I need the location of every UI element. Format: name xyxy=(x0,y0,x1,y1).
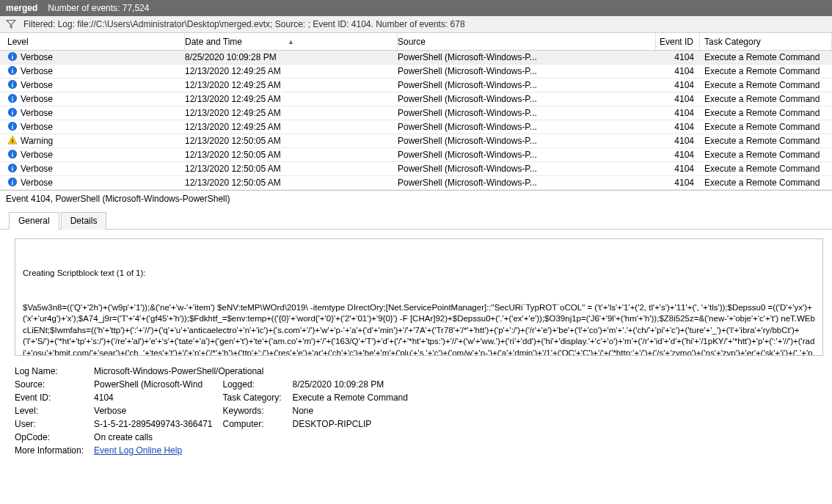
svg-marker-0 xyxy=(7,21,15,29)
lbl-eventid: Event ID: xyxy=(15,391,94,404)
cell-date: 12/13/2020 12:49:25 AM xyxy=(185,122,398,132)
cell-source: PowerShell (Microsoft-Windows-P... xyxy=(398,80,656,90)
cell-eventid: 4104 xyxy=(656,164,700,174)
lbl-taskcat: Task Category: xyxy=(223,391,293,404)
grid-header: Level Date and Time▲ Source Event ID Tas… xyxy=(0,33,832,51)
val-level: Verbose xyxy=(94,404,222,417)
cell-date: 12/13/2020 12:50:05 AM xyxy=(185,178,398,188)
svg-text:i: i xyxy=(12,164,13,172)
info-icon: i xyxy=(7,65,18,76)
table-row[interactable]: !Warning12/13/2020 12:50:05 AMPowerShell… xyxy=(0,134,832,148)
lbl-computer: Computer: xyxy=(223,417,293,431)
tab-general[interactable]: General xyxy=(9,212,59,230)
cell-source: PowerShell (Microsoft-Windows-P... xyxy=(398,122,656,132)
col-header-taskcat[interactable]: Task Category xyxy=(700,33,832,50)
event-count-label: Number of events: 77,524 xyxy=(48,3,149,13)
cell-date: 12/13/2020 12:49:25 AM xyxy=(185,80,398,90)
cell-taskcat: Execute a Remote Command xyxy=(700,178,832,188)
svg-text:i: i xyxy=(12,81,13,88)
table-row[interactable]: iVerbose12/13/2020 12:49:25 AMPowerShell… xyxy=(0,65,832,78)
cell-taskcat: Execute a Remote Command xyxy=(700,122,832,132)
cell-eventid: 4104 xyxy=(656,80,700,90)
table-row[interactable]: iVerbose12/13/2020 12:49:25 AMPowerShell… xyxy=(0,92,832,106)
val-logged: 8/25/2020 10:09:28 PM xyxy=(293,378,418,391)
event-grid: Level Date and Time▲ Source Event ID Tas… xyxy=(0,33,832,191)
svg-text:i: i xyxy=(12,53,13,60)
val-computer: DESKTOP-RIPCLIP xyxy=(293,417,418,431)
val-source: PowerShell (Microsoft-Wind xyxy=(94,378,222,391)
val-logname: Microsoft-Windows-PowerShell/Operational xyxy=(94,365,418,378)
grid-body[interactable]: iVerbose8/25/2020 10:09:28 PMPowerShell … xyxy=(0,51,832,190)
lbl-source: Source: xyxy=(15,378,94,391)
col-header-level[interactable]: Level xyxy=(4,33,185,50)
cell-date: 12/13/2020 12:49:25 AM xyxy=(185,108,398,118)
cell-source: PowerShell (Microsoft-Windows-P... xyxy=(398,150,656,160)
table-row[interactable]: iVerbose12/13/2020 12:50:05 AMPowerShell… xyxy=(0,176,832,190)
svg-text:i: i xyxy=(12,178,13,186)
cell-date: 8/25/2020 10:09:28 PM xyxy=(185,52,398,62)
cell-level: iVerbose xyxy=(4,107,185,120)
scriptblock-text[interactable]: Creating Scriptblock text (1 of 1): $Va5… xyxy=(15,238,823,356)
info-icon: i xyxy=(7,51,18,62)
lbl-user: User: xyxy=(15,417,94,431)
table-row[interactable]: iVerbose12/13/2020 12:50:05 AMPowerShell… xyxy=(0,162,832,176)
sort-asc-icon: ▲ xyxy=(288,38,294,45)
svg-text:i: i xyxy=(12,123,13,130)
cell-level: !Warning xyxy=(4,135,185,147)
lbl-keywords: Keywords: xyxy=(223,404,293,417)
cell-date: 12/13/2020 12:50:05 AM xyxy=(185,150,398,160)
cell-eventid: 4104 xyxy=(656,66,700,76)
window-title: merged xyxy=(6,3,37,13)
info-icon: i xyxy=(7,121,18,131)
cell-eventid: 4104 xyxy=(656,122,700,132)
cell-eventid: 4104 xyxy=(656,52,700,62)
window-titlebar: merged Number of events: 77,524 xyxy=(0,0,832,16)
cell-taskcat: Execute a Remote Command xyxy=(700,164,832,174)
cell-source: PowerShell (Microsoft-Windows-P... xyxy=(398,164,656,174)
cell-level: iVerbose xyxy=(4,149,185,161)
svg-text:!: ! xyxy=(12,137,14,144)
cell-level: iVerbose xyxy=(4,65,185,78)
filter-text: Filtered: Log: file://C:\Users\Administr… xyxy=(23,19,465,29)
link-online-help[interactable]: Event Log Online Help xyxy=(94,445,182,456)
info-icon: i xyxy=(7,79,18,90)
cell-level: iVerbose xyxy=(4,79,185,92)
filter-icon xyxy=(6,19,16,29)
val-keywords: None xyxy=(293,404,418,417)
cell-level: iVerbose xyxy=(4,177,185,189)
cell-source: PowerShell (Microsoft-Windows-P... xyxy=(398,136,656,146)
cell-date: 12/13/2020 12:50:05 AM xyxy=(185,164,398,174)
val-user: S-1-5-21-2895499743-366471 xyxy=(94,417,222,431)
script-body: $Va5w3n8=(('Q'+'2h')+('w9p'+'1'));&('ne'… xyxy=(23,302,815,356)
col-header-eventid[interactable]: Event ID xyxy=(656,33,700,50)
table-row[interactable]: iVerbose12/13/2020 12:49:25 AMPowerShell… xyxy=(0,78,832,92)
table-row[interactable]: iVerbose12/13/2020 12:49:25 AMPowerShell… xyxy=(0,120,832,134)
col-header-source[interactable]: Source xyxy=(398,33,656,50)
event-properties: Log Name: Microsoft-Windows-PowerShell/O… xyxy=(0,360,832,463)
cell-date: 12/13/2020 12:49:25 AM xyxy=(185,94,398,104)
table-row[interactable]: iVerbose12/13/2020 12:50:05 AMPowerShell… xyxy=(0,148,832,162)
cell-date: 12/13/2020 12:50:05 AM xyxy=(185,136,398,146)
cell-taskcat: Execute a Remote Command xyxy=(700,136,832,146)
val-taskcat: Execute a Remote Command xyxy=(293,391,418,404)
cell-taskcat: Execute a Remote Command xyxy=(700,80,832,90)
cell-date: 12/13/2020 12:49:25 AM xyxy=(185,66,398,76)
info-icon: i xyxy=(7,149,18,159)
cell-taskcat: Execute a Remote Command xyxy=(700,150,832,160)
info-icon: i xyxy=(7,107,18,117)
cell-taskcat: Execute a Remote Command xyxy=(700,108,832,118)
cell-level: iVerbose xyxy=(4,121,185,134)
table-row[interactable]: iVerbose8/25/2020 10:09:28 PMPowerShell … xyxy=(0,51,832,65)
cell-eventid: 4104 xyxy=(656,108,700,118)
table-row[interactable]: iVerbose12/13/2020 12:49:25 AMPowerShell… xyxy=(0,106,832,120)
val-eventid: 4104 xyxy=(94,391,222,404)
cell-eventid: 4104 xyxy=(656,178,700,188)
cell-level: iVerbose xyxy=(4,93,185,106)
detail-pane: Event 4104, PowerShell (Microsoft-Window… xyxy=(0,191,832,504)
script-header: Creating Scriptblock text (1 of 1): xyxy=(23,268,815,280)
cell-source: PowerShell (Microsoft-Windows-P... xyxy=(398,66,656,76)
tab-details[interactable]: Details xyxy=(61,212,107,230)
col-header-date[interactable]: Date and Time▲ xyxy=(185,33,398,50)
tab-strip: General Details xyxy=(0,211,832,230)
cell-source: PowerShell (Microsoft-Windows-P... xyxy=(398,178,656,188)
